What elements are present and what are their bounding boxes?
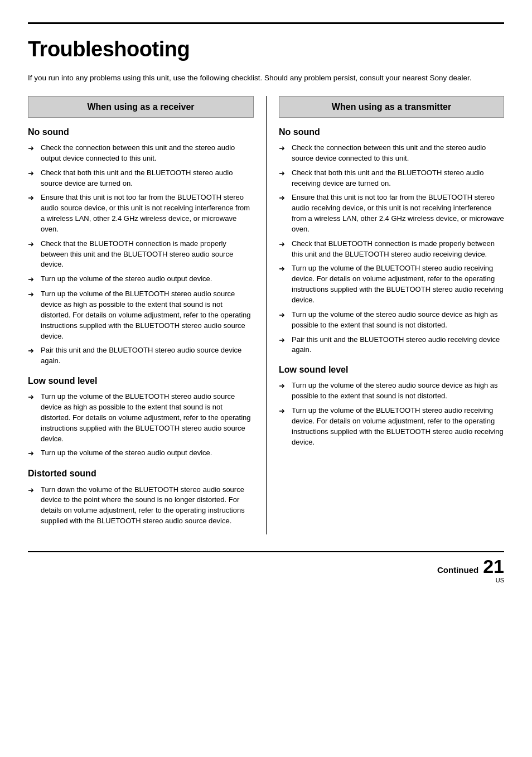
bullet-text: Turn up the volume of the stereo audio o… [41, 274, 212, 285]
left-no-sound-list: ➜Check the connection between this unit … [28, 143, 254, 367]
bullet-text: Turn up the volume of the BLUETOOTH ster… [41, 289, 254, 341]
bullet-text: Ensure that this unit is not too far fro… [292, 192, 504, 234]
right-low-sound-title: Low sound level [279, 363, 504, 376]
bullet-text: Turn up the volume of the BLUETOOTH ster… [292, 406, 504, 447]
arrow-icon: ➜ [279, 310, 289, 321]
right-no-sound-section: No sound ➜Check the connection between t… [279, 126, 504, 355]
list-item: ➜Check that both this unit and the BLUET… [279, 168, 504, 189]
footer-bar: Continued 21 US [28, 551, 504, 586]
region-label: US [496, 576, 504, 585]
page-number: 21 [483, 557, 504, 576]
left-no-sound-section: No sound ➜Check the connection between t… [28, 126, 254, 367]
list-item: ➜Turn down the volume of the BLUETOOTH s… [28, 485, 254, 527]
list-item: ➜Turn up the volume of the stereo audio … [279, 380, 504, 402]
bullet-text: Turn up the volume of the BLUETOOTH ster… [41, 392, 254, 444]
list-item: ➜Pair this unit and the BLUETOOTH stereo… [279, 335, 504, 356]
bullet-text: Pair this unit and the BLUETOOTH stereo … [41, 345, 254, 367]
bullet-text: Ensure that this unit is not too far fro… [41, 192, 254, 234]
list-item: ➜Turn up the volume of the stereo audio … [28, 274, 254, 285]
left-no-sound-title: No sound [28, 126, 254, 138]
arrow-icon: ➜ [28, 290, 38, 300]
footer-right: Continued 21 US [437, 557, 504, 586]
continued-label: Continued [437, 564, 478, 576]
arrow-icon: ➜ [28, 274, 38, 285]
left-distorted-sound-list: ➜Turn down the volume of the BLUETOOTH s… [28, 485, 254, 527]
right-column: When using as a transmitter No sound ➜Ch… [266, 96, 504, 534]
list-item: ➜Check the connection between this unit … [28, 143, 254, 164]
arrow-icon: ➜ [28, 168, 38, 179]
list-item: ➜Turn up the volume of the BLUETOOTH ste… [279, 263, 504, 305]
bullet-text: Turn down the volume of the BLUETOOTH st… [41, 485, 254, 527]
left-distorted-sound-section: Distorted sound ➜Turn down the volume of… [28, 467, 254, 527]
arrow-icon: ➜ [279, 264, 289, 274]
bullet-text: Check the connection between this unit a… [41, 143, 254, 164]
arrow-icon: ➜ [28, 193, 38, 204]
arrow-icon: ➜ [28, 485, 38, 496]
list-item: ➜Turn up the volume of the stereo audio … [279, 310, 504, 331]
arrow-icon: ➜ [28, 239, 38, 250]
arrow-icon: ➜ [279, 193, 289, 204]
right-no-sound-list: ➜Check the connection between this unit … [279, 143, 504, 355]
list-item: ➜Turn up the volume of the BLUETOOTH ste… [279, 406, 504, 447]
list-item: ➜Turn up the volume of the BLUETOOTH ste… [28, 289, 254, 341]
bullet-text: Turn up the volume of the stereo audio o… [41, 448, 212, 459]
left-column: When using as a receiver No sound ➜Check… [28, 96, 266, 534]
arrow-icon: ➜ [28, 143, 38, 154]
list-item: ➜Check that the BLUETOOTH connection is … [28, 239, 254, 271]
left-column-header: When using as a receiver [28, 96, 254, 118]
arrow-icon: ➜ [279, 335, 289, 346]
right-low-sound-list: ➜Turn up the volume of the stereo audio … [279, 380, 504, 447]
bullet-text: Turn up the volume of the BLUETOOTH ster… [292, 263, 504, 305]
bullet-text: Check that both this unit and the BLUETO… [41, 168, 254, 189]
list-item: ➜Check the connection between this unit … [279, 143, 504, 164]
right-no-sound-title: No sound [279, 126, 504, 138]
bullet-text: Check that the BLUETOOTH connection is m… [41, 239, 254, 271]
arrow-icon: ➜ [28, 392, 38, 403]
arrow-icon: ➜ [28, 346, 38, 356]
footer-top-row: Continued 21 [437, 557, 504, 576]
right-column-header: When using as a transmitter [279, 96, 504, 118]
list-item: ➜Ensure that this unit is not too far fr… [279, 192, 504, 234]
columns-container: When using as a receiver No sound ➜Check… [28, 96, 504, 534]
bullet-text: Check that both this unit and the BLUETO… [292, 168, 504, 189]
left-distorted-sound-title: Distorted sound [28, 467, 254, 480]
left-low-sound-section: Low sound level ➜Turn up the volume of t… [28, 374, 254, 459]
bullet-text: Turn up the volume of the stereo audio s… [292, 310, 504, 331]
intro-text: If you run into any problems using this … [28, 73, 485, 84]
arrow-icon: ➜ [279, 406, 289, 417]
left-low-sound-list: ➜Turn up the volume of the BLUETOOTH ste… [28, 392, 254, 459]
arrow-icon: ➜ [28, 449, 38, 459]
left-low-sound-title: Low sound level [28, 374, 254, 387]
list-item: ➜Check that both this unit and the BLUET… [28, 168, 254, 189]
right-low-sound-section: Low sound level ➜Turn up the volume of t… [279, 363, 504, 447]
arrow-icon: ➜ [279, 168, 289, 179]
list-item: ➜Ensure that this unit is not too far fr… [28, 192, 254, 234]
bullet-text: Check that BLUETOOTH connection is made … [292, 239, 504, 260]
bullet-text: Check the connection between this unit a… [292, 143, 504, 164]
list-item: ➜Check that BLUETOOTH connection is made… [279, 239, 504, 260]
page-title: Troubleshooting [28, 34, 504, 65]
arrow-icon: ➜ [279, 239, 289, 250]
list-item: ➜Turn up the volume of the BLUETOOTH ste… [28, 392, 254, 444]
bullet-text: Turn up the volume of the stereo audio s… [292, 380, 504, 402]
list-item: ➜Pair this unit and the BLUETOOTH stereo… [28, 345, 254, 367]
top-rule [28, 22, 504, 24]
bullet-text: Pair this unit and the BLUETOOTH stereo … [292, 335, 504, 356]
list-item: ➜Turn up the volume of the stereo audio … [28, 448, 254, 459]
arrow-icon: ➜ [279, 143, 289, 154]
arrow-icon: ➜ [279, 381, 289, 392]
